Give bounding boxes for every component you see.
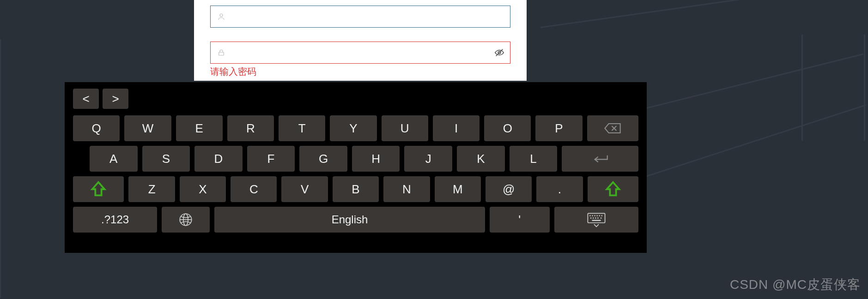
key-a[interactable]: A [90,146,138,172]
key-x[interactable]: X [180,176,226,202]
keyboard-nav-row: < > [73,89,638,109]
key-c[interactable]: C [231,176,277,202]
key-apostrophe[interactable]: ' [490,207,550,233]
key-e[interactable]: E [176,115,223,141]
bg-decoration [0,39,1,298]
next-field-key[interactable]: > [103,89,128,109]
hide-keyboard-key[interactable] [554,207,638,233]
virtual-keyboard: < > Q W E R T Y U I O P A S D F G H J K … [65,82,647,253]
password-field-wrapper [210,42,510,64]
user-icon [211,12,232,21]
key-u[interactable]: U [382,115,428,141]
key-g[interactable]: G [299,146,347,172]
key-period[interactable]: . [536,176,583,202]
enter-key[interactable] [562,146,638,172]
key-v[interactable]: V [281,176,328,202]
language-switch-key[interactable] [162,207,210,233]
bg-decoration [801,35,803,141]
watermark-text: CSDN @MC皮蛋侠客 [730,276,861,293]
svg-point-0 [220,14,223,17]
keyboard-row-1: Q W E R T Y U I O P [73,115,638,141]
key-p[interactable]: P [535,115,582,141]
key-h[interactable]: H [352,146,400,172]
lock-icon [211,48,232,57]
keyboard-row-3: Z X C V B N M @ . [73,176,638,202]
shift-key-left[interactable] [73,176,124,202]
password-input[interactable] [232,42,489,63]
symbols-mode-key[interactable]: .?123 [73,207,157,233]
keyboard-row-2: A S D F G H J K L [73,146,638,172]
shift-key-right[interactable] [588,176,638,202]
bg-decoration [540,0,866,28]
key-o[interactable]: O [484,115,531,141]
key-j[interactable]: J [404,146,452,172]
key-i[interactable]: I [433,115,480,141]
key-at[interactable]: @ [486,176,532,202]
backspace-key[interactable] [587,115,638,141]
username-field-wrapper [210,6,510,28]
key-z[interactable]: Z [128,176,175,202]
username-input[interactable] [232,6,510,27]
key-q[interactable]: Q [73,115,120,141]
key-m[interactable]: M [435,176,481,202]
toggle-password-visibility-icon[interactable] [489,48,510,58]
password-error-text: 请输入密码 [210,66,510,78]
bg-decoration [633,104,866,181]
svg-rect-1 [219,52,224,55]
key-y[interactable]: Y [330,115,376,141]
key-l[interactable]: L [510,146,558,172]
key-k[interactable]: K [457,146,505,172]
key-b[interactable]: B [333,176,379,202]
key-n[interactable]: N [383,176,430,202]
keyboard-row-4: .?123 English ' [73,207,638,233]
login-form: 请输入密码 [194,0,527,81]
key-d[interactable]: D [194,146,243,172]
bg-decoration [864,35,865,141]
prev-field-key[interactable]: < [73,89,99,109]
key-t[interactable]: T [279,115,325,141]
key-f[interactable]: F [247,146,295,172]
key-s[interactable]: S [142,146,190,172]
spacebar-key[interactable]: English [214,207,485,233]
key-w[interactable]: W [124,115,171,141]
key-r[interactable]: R [227,115,274,141]
